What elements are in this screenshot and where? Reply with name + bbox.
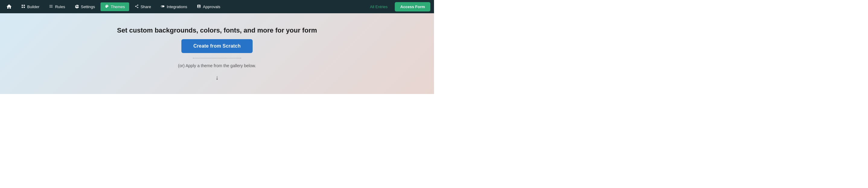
svg-rect-2 <box>22 7 23 8</box>
settings-icon <box>75 4 79 9</box>
nav-item-share[interactable]: Share <box>130 2 155 11</box>
gallery-text: (or) Apply a theme from the gallery belo… <box>178 63 256 68</box>
nav-builder-label: Builder <box>27 4 39 9</box>
themes-icon <box>105 4 109 9</box>
nav-item-rules[interactable]: Rules <box>45 2 69 11</box>
nav-share-label: Share <box>141 4 151 9</box>
scroll-down-arrow: ↓ <box>216 74 218 81</box>
main-content: Set custom backgrounds, colors, fonts, a… <box>0 13 434 94</box>
rules-icon <box>49 4 53 9</box>
nav-themes-label: Themes <box>111 4 125 9</box>
page-title: Set custom backgrounds, colors, fonts, a… <box>117 27 317 34</box>
svg-rect-5 <box>50 6 53 6</box>
nav-item-approvals[interactable]: Approvals <box>192 2 224 11</box>
svg-line-11 <box>136 5 137 6</box>
all-entries-link[interactable]: All Entries <box>366 3 392 11</box>
create-from-scratch-button[interactable]: Create from Scratch <box>181 39 253 53</box>
create-btn-label: Create from Scratch <box>193 43 241 48</box>
approvals-icon <box>197 4 201 9</box>
nav-rules-label: Rules <box>55 4 65 9</box>
nav-approvals-label: Approvals <box>203 4 220 9</box>
nav-item-themes[interactable]: Themes <box>100 2 129 11</box>
all-entries-label: All Entries <box>370 4 388 9</box>
svg-line-10 <box>136 6 137 7</box>
svg-rect-6 <box>50 7 53 7</box>
divider-line <box>193 58 241 59</box>
builder-icon <box>21 4 25 9</box>
access-form-button[interactable]: Access Form <box>395 2 430 11</box>
nav-integrations-label: Integrations <box>166 4 187 9</box>
integrations-icon <box>161 4 165 9</box>
nav-settings-label: Settings <box>81 4 95 9</box>
share-icon <box>134 4 139 9</box>
divider <box>193 58 241 59</box>
nav-item-settings[interactable]: Settings <box>71 2 99 11</box>
access-form-label: Access Form <box>400 4 425 9</box>
svg-rect-4 <box>50 5 53 5</box>
svg-rect-0 <box>22 4 23 6</box>
nav-item-builder[interactable]: Builder <box>17 2 43 11</box>
svg-rect-1 <box>24 4 25 6</box>
svg-rect-3 <box>24 7 25 8</box>
svg-point-8 <box>135 6 136 7</box>
nav-item-integrations[interactable]: Integrations <box>156 2 191 11</box>
svg-point-9 <box>137 7 138 8</box>
svg-point-7 <box>137 4 138 5</box>
home-button[interactable] <box>4 1 14 12</box>
navbar: Builder Rules Settings Themes Share Inte… <box>0 0 434 13</box>
